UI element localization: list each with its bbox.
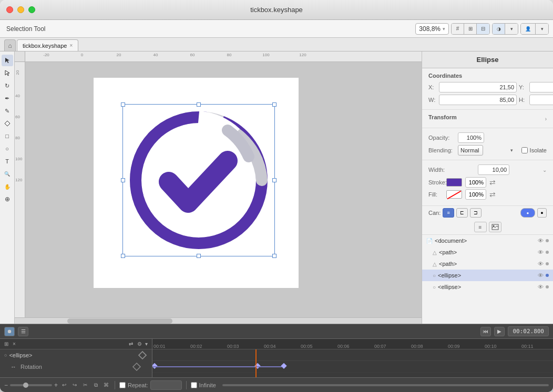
end-slider[interactable] <box>222 384 549 386</box>
pen-tool[interactable]: ✒ <box>2 92 13 104</box>
grid-btn-3[interactable]: ⊟ <box>477 23 489 35</box>
ellipse-tool[interactable]: ○ <box>2 143 13 154</box>
stroke-arrow-icon[interactable]: ⇄ <box>489 178 496 187</box>
tab-close-btn[interactable]: × <box>69 43 73 48</box>
zoom-slider[interactable] <box>10 384 52 386</box>
zoom-tool-btn[interactable]: ⊕ <box>2 193 13 205</box>
grid-btn-2[interactable]: ⊞ <box>464 23 477 35</box>
play-btn[interactable]: ▶ <box>494 327 505 336</box>
canvas-content <box>109 88 288 272</box>
fill-opacity-input[interactable] <box>465 189 486 200</box>
blending-select[interactable]: Normal Multiply Screen Overlay <box>458 145 483 156</box>
vertical-ruler: 20 40 60 80 100 120 <box>15 62 25 317</box>
track-close-icon[interactable]: × <box>13 341 16 347</box>
layer-path-2[interactable]: △ <path> 👁 <box>422 258 553 270</box>
transform-header[interactable]: Transform › <box>428 114 547 123</box>
layer-ellipse-2-name: <ellipse> <box>438 284 536 290</box>
tl-undo-icon[interactable]: ↩ <box>60 381 68 389</box>
rotation-track-lane[interactable] <box>152 361 553 373</box>
rotate-tool[interactable]: ↻ <box>2 80 13 91</box>
time-mark-9: 00:10 <box>484 344 497 349</box>
maximize-button[interactable] <box>28 6 35 13</box>
zoom-minus-icon[interactable]: − <box>4 381 8 389</box>
cap-btn-1[interactable]: ≡ <box>443 208 454 218</box>
x-input[interactable] <box>439 82 517 92</box>
opacity-input[interactable] <box>458 132 484 143</box>
isolate-checkbox[interactable] <box>521 147 528 153</box>
layer-eye-icon[interactable]: 👁 <box>538 238 544 244</box>
text-tool[interactable]: T <box>2 156 13 167</box>
layer-eye-1-icon[interactable]: 👁 <box>538 249 544 255</box>
pencil-tool[interactable]: ✎ <box>2 105 13 117</box>
track-gear-chevron[interactable]: ▾ <box>145 341 148 347</box>
h-scrollbar-thumb[interactable] <box>67 318 172 324</box>
rewind-btn[interactable]: ⏮ <box>480 327 491 336</box>
track-rotation-label[interactable]: ↔ Rotation <box>0 361 152 373</box>
fill-swatch[interactable] <box>446 190 462 199</box>
timeline-play-btn[interactable]: ⏺ <box>4 327 15 336</box>
toggle-btn[interactable]: ● <box>520 208 535 218</box>
repeat-input[interactable] <box>150 380 182 390</box>
user-btn[interactable]: 👤 <box>521 23 536 35</box>
infinite-checkbox[interactable] <box>191 382 197 388</box>
h-scrollbar[interactable] <box>15 317 422 324</box>
w-input[interactable] <box>439 95 517 105</box>
tl-redo-icon[interactable]: ↪ <box>70 381 79 389</box>
layer-ellipse-1[interactable]: ○ <ellipse> 👁 <box>422 270 553 281</box>
h-input[interactable] <box>529 95 553 105</box>
direct-select-tool[interactable] <box>2 67 13 79</box>
keyframe-end[interactable] <box>281 363 286 368</box>
track-ellipse-label[interactable]: ○ <ellipse> <box>0 349 152 361</box>
layer-path-1[interactable]: △ <path> 👁 <box>422 246 553 258</box>
tl-cut-icon[interactable]: ✂ <box>81 381 89 389</box>
view-btn-2[interactable]: ▾ <box>505 23 518 35</box>
zoom-control[interactable]: 308,8% ▾ <box>415 23 449 35</box>
canvas-viewport[interactable] <box>25 62 422 317</box>
track-gear-icon[interactable]: ⚙ <box>137 341 142 347</box>
timeline-toolbar: ⏺ ☰ ⏮ ▶ 00:02.800 <box>0 324 553 339</box>
stroke-expand-icon[interactable]: ⌄ <box>542 167 547 173</box>
ruler-corner <box>15 51 25 62</box>
stroke-opacity-input[interactable] <box>465 177 486 188</box>
rect-tool[interactable]: □ <box>2 130 13 142</box>
eyedropper-tool[interactable]: 🔍 <box>2 168 13 180</box>
cap-btn-2[interactable]: ⊏ <box>456 208 468 218</box>
track-settings-icon[interactable]: ⇄ <box>129 341 133 347</box>
h-label: H: <box>519 97 527 103</box>
user-chevron[interactable]: ▾ <box>536 23 548 35</box>
align-left-icon[interactable]: ≡ <box>474 222 487 232</box>
layer-eye-3-icon[interactable]: 👁 <box>538 272 544 278</box>
tl-paste-icon[interactable]: ⌘ <box>102 381 110 389</box>
can-extra-btn[interactable]: ● <box>537 208 547 218</box>
active-tab[interactable]: tickbox.keyshape × <box>17 39 78 51</box>
close-button[interactable] <box>6 6 13 13</box>
arrow-tool[interactable] <box>2 55 13 66</box>
view-btn-1[interactable]: ◑ <box>493 23 505 35</box>
image-icon[interactable] <box>489 222 501 232</box>
minimize-button[interactable] <box>17 6 24 13</box>
y-input[interactable] <box>529 82 553 92</box>
layer-ellipse-2[interactable]: ○ <ellipse> 👁 <box>422 281 553 293</box>
grid-btn-1[interactable]: # <box>452 23 464 35</box>
node-tool[interactable] <box>2 118 13 129</box>
layer-eye-2-icon[interactable]: 👁 <box>538 261 544 267</box>
rotation-arrows-icon: ↔ <box>11 364 16 370</box>
layer-eye-4-icon[interactable]: 👁 <box>538 284 544 290</box>
zoom-plus-icon[interactable]: + <box>54 381 58 389</box>
hand-tool[interactable]: ✋ <box>2 181 13 192</box>
repeat-checkbox[interactable] <box>119 382 126 388</box>
tick-icon <box>122 104 275 256</box>
cap-btn-3[interactable]: ⊐ <box>470 208 482 218</box>
home-tab[interactable]: ⌂ <box>4 39 16 51</box>
tl-copy-icon[interactable]: ⧉ <box>91 381 100 389</box>
ellipse-track-lane[interactable] <box>152 349 553 361</box>
timeline-list-btn[interactable]: ☰ <box>18 327 28 336</box>
zoom-slider-thumb[interactable] <box>23 383 28 388</box>
stroke-color-swatch[interactable] <box>446 178 462 187</box>
layer-document[interactable]: 📄 <document> 👁 <box>422 235 553 246</box>
width-input[interactable] <box>478 164 509 175</box>
time-mark-5: 00:06 <box>336 344 350 349</box>
app-window: tickbox.keyshape Selection Tool 308,8% ▾… <box>0 0 553 392</box>
panel-icons-row: ≡ <box>422 220 553 235</box>
fill-arrow-icon[interactable]: ⇄ <box>489 190 496 199</box>
